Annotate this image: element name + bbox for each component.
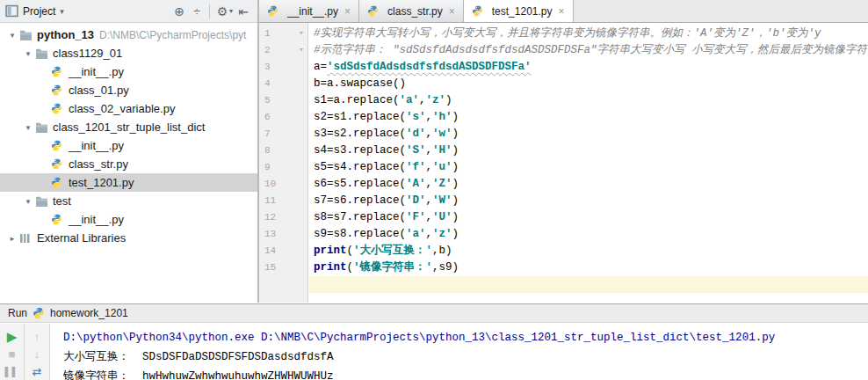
code-line: 11s7=s6.replace('D','W') bbox=[259, 193, 868, 209]
editor-area: __init__.py×class_str.py×test_1201.py× 1… bbox=[259, 0, 868, 303]
tree-item-class_01.py[interactable]: class_01.py bbox=[0, 81, 257, 99]
code-text: s5=s4.replace('f','u') bbox=[308, 159, 459, 176]
tree-item-label: class_1201_str_tuple_list_dict bbox=[53, 121, 205, 134]
project-tree: ▾python_13D:\NMB\C\PycharmProjects\pyt▾c… bbox=[0, 23, 257, 247]
code-token: #实现字符串大写转小写，小写变大写，并且将字符串变为镜像字符串。例如：'A'变为… bbox=[314, 27, 821, 40]
close-tab-icon[interactable]: × bbox=[344, 5, 351, 18]
code-token: 'Z' bbox=[432, 178, 452, 190]
up-stack-trace-button[interactable]: ↑ bbox=[25, 328, 49, 346]
code-text: s9=s8.replace('a','z') bbox=[308, 226, 459, 243]
code-line: 6s2=s1.replace('s','h') bbox=[259, 109, 868, 126]
tree-item-test[interactable]: ▾test bbox=[0, 192, 257, 210]
line-number: 8 bbox=[259, 142, 294, 159]
fold-spacer bbox=[294, 193, 308, 209]
close-tab-icon[interactable]: × bbox=[449, 5, 455, 18]
fold-spacer bbox=[294, 126, 308, 142]
tree-item-__init__.py[interactable]: __init__.py bbox=[0, 210, 257, 229]
code-token: ) bbox=[445, 94, 452, 106]
code-token: ) bbox=[452, 178, 459, 190]
code-token: 'd' bbox=[406, 128, 426, 140]
project-panel-title[interactable]: Project bbox=[23, 5, 55, 18]
down-stack-trace-button[interactable]: ↓ bbox=[25, 346, 49, 363]
code-editor[interactable]: 1▿#实现字符串大写转小写，小写变大写，并且将字符串变为镜像字符串。例如：'A'… bbox=[259, 23, 868, 303]
code-token: , bbox=[426, 211, 433, 223]
run-toolbar: ▶■▌▌ ↑↓⇄ bbox=[0, 324, 50, 380]
line-number: 9 bbox=[259, 159, 294, 176]
code-line: 7s3=s2.replace('d','w') bbox=[259, 126, 868, 142]
line-number: 6 bbox=[259, 109, 294, 126]
code-token: 'a' bbox=[406, 228, 426, 240]
chevron-down-icon[interactable]: ▾ bbox=[21, 123, 35, 132]
locate-icon[interactable]: ⊕ bbox=[170, 4, 188, 18]
fold-marker-icon[interactable]: ▿ bbox=[294, 26, 308, 42]
chevron-down-icon[interactable]: ▾ bbox=[21, 49, 35, 58]
line-number: 2 bbox=[259, 42, 294, 59]
tree-item-class_1201_str_tuple_list_dict[interactable]: ▾class_1201_str_tuple_list_dict bbox=[0, 118, 257, 136]
code-token: , bbox=[426, 194, 433, 207]
code-line: 8s4=s3.replace('S','H') bbox=[259, 142, 868, 159]
chevron-down-icon[interactable]: ▾ bbox=[5, 31, 19, 40]
tree-item-label: class_01.py bbox=[69, 84, 129, 97]
python-file-icon bbox=[51, 102, 66, 116]
code-token: a= bbox=[314, 61, 327, 73]
code-token: ) bbox=[452, 128, 459, 140]
fold-spacer bbox=[294, 142, 308, 159]
tab-test_1201.py[interactable]: test_1201.py× bbox=[464, 0, 574, 22]
python-file-icon bbox=[51, 157, 66, 172]
folder-icon bbox=[35, 121, 50, 135]
console-line: 镜像字符串： hwHwhuwZwhwhwuhuwhwZHWHWUWHUz bbox=[63, 367, 868, 380]
run-process-name: homework_1201 bbox=[50, 307, 128, 319]
close-tab-icon[interactable]: × bbox=[559, 5, 565, 18]
tree-item-external-libraries[interactable]: ▸External Libraries bbox=[0, 229, 257, 247]
toolbar-divider bbox=[209, 4, 210, 18]
code-token: s1=a.replace( bbox=[314, 94, 400, 106]
project-tool-window: Project ▾ ⊕÷⚙▾⇤ ▾python_13D:\NMB\C\Pycha… bbox=[0, 0, 258, 303]
chevron-down-icon[interactable]: ▾ bbox=[21, 197, 35, 206]
tree-item-label: class1129_01 bbox=[53, 47, 122, 60]
current-line-highlight bbox=[309, 276, 868, 293]
tab-label: __init__.py bbox=[287, 5, 338, 18]
tree-item-class_02_variable.py[interactable]: class_02_variable.py bbox=[0, 99, 257, 118]
code-line: 5s1=a.replace('a','z') bbox=[259, 92, 868, 109]
collapse-all-icon[interactable]: ÷ bbox=[188, 4, 206, 18]
python-file-icon bbox=[267, 5, 283, 17]
fold-spacer bbox=[294, 76, 308, 92]
tree-item-__init__.py[interactable]: __init__.py bbox=[0, 136, 257, 155]
project-toolbar: ⊕÷⚙▾⇤ bbox=[170, 4, 252, 18]
code-token: 'u' bbox=[432, 161, 452, 173]
tree-item-class_str.py[interactable]: class_str.py bbox=[0, 155, 257, 173]
project-title-caret-icon[interactable]: ▾ bbox=[60, 7, 64, 16]
code-token: , bbox=[426, 161, 433, 173]
folder-icon bbox=[35, 47, 50, 61]
code-text: b=a.swapcase() bbox=[308, 76, 406, 92]
python-file-icon bbox=[51, 176, 66, 190]
tab-label: class_str.py bbox=[387, 5, 443, 18]
tree-item-class1129_01[interactable]: ▾class1129_01 bbox=[0, 44, 257, 62]
run-panel-body: ▶■▌▌ ↑↓⇄ D:\python\Python34\python.exe D… bbox=[0, 324, 868, 380]
hide-panel-icon[interactable]: ⇤ bbox=[235, 4, 252, 18]
pause-output-button[interactable]: ▌▌ bbox=[0, 363, 24, 380]
tree-item-__init__.py[interactable]: __init__.py bbox=[0, 62, 257, 81]
tree-item-python_13[interactable]: ▾python_13D:\NMB\C\PycharmProjects\pyt bbox=[0, 26, 257, 44]
tab-__init__.py[interactable]: __init__.py× bbox=[259, 0, 359, 22]
folder-icon bbox=[19, 28, 34, 42]
tab-class_str.py[interactable]: class_str.py× bbox=[359, 0, 464, 22]
fold-marker-icon[interactable]: ▿ bbox=[294, 42, 308, 59]
code-token: print bbox=[314, 261, 347, 274]
line-number: 11 bbox=[259, 193, 294, 209]
code-text: s2=s1.replace('s','h') bbox=[308, 109, 459, 126]
gear-caret-icon[interactable]: ▾ bbox=[228, 7, 235, 15]
tree-item-label: __init__.py bbox=[69, 213, 124, 226]
tree-item-label: __init__.py bbox=[69, 139, 124, 152]
chevron-right-icon[interactable]: ▸ bbox=[5, 234, 19, 243]
rerun-button[interactable]: ▶ bbox=[0, 328, 24, 346]
folder-icon bbox=[35, 194, 50, 208]
fold-spacer bbox=[294, 59, 308, 76]
code-line: 1▿#实现字符串大写转小写，小写变大写，并且将字符串变为镜像字符串。例如：'A'… bbox=[259, 26, 868, 42]
stop-button[interactable]: ■ bbox=[0, 346, 24, 363]
run-console[interactable]: D:\python\Python34\python.exe D:\NMB\C\P… bbox=[51, 324, 868, 380]
code-line: 3a='sdSdsfdAdsdsdfsfdsdASDSDFDSFa' bbox=[259, 59, 868, 76]
code-area: 1▿#实现字符串大写转小写，小写变大写，并且将字符串变为镜像字符串。例如：'A'… bbox=[259, 26, 868, 293]
console-settings-button[interactable]: ⇄ bbox=[25, 363, 49, 380]
tree-item-test_1201.py[interactable]: test_1201.py bbox=[0, 173, 257, 192]
